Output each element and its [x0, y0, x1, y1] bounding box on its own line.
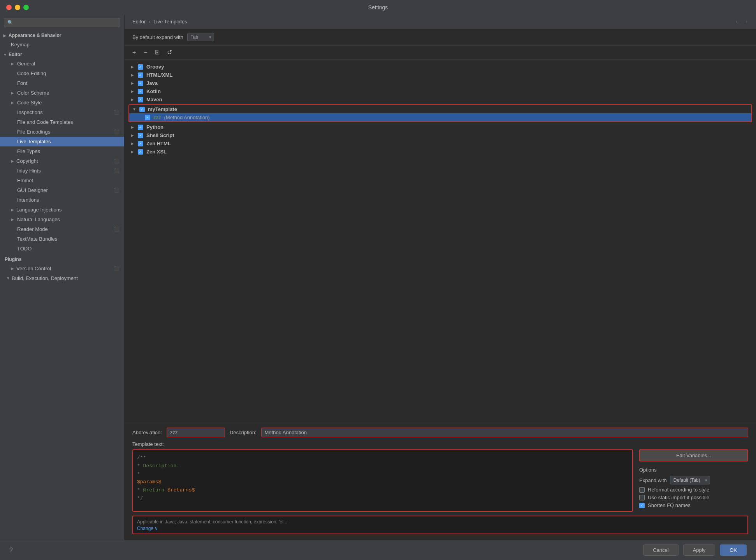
chevron-right-icon: ▶ [131, 141, 135, 146]
sidebar-item-reader-mode[interactable]: Reader Mode ⬛ [0, 224, 124, 234]
sidebar-item-code-editing[interactable]: Code Editing [0, 69, 124, 78]
sidebar-item-gui-designer[interactable]: GUI Designer ⬛ [0, 185, 124, 195]
checkbox-zen-html[interactable] [138, 141, 143, 146]
checkbox-kotlin[interactable] [138, 89, 143, 94]
group-shell-script[interactable]: ▶ Shell Script [125, 131, 756, 139]
shorten-fq-checkbox[interactable] [639, 503, 645, 508]
maximize-button[interactable] [23, 5, 29, 10]
checkbox-java[interactable] [138, 81, 143, 86]
reformat-label: Reformat according to style [648, 487, 709, 493]
expand-with-select[interactable]: Default (Tab) Tab Enter Space [670, 476, 710, 484]
group-maven[interactable]: ▶ Maven [125, 95, 756, 104]
sidebar-item-label: Code Style [17, 100, 42, 106]
edit-variables-button[interactable]: Edit Variables... [639, 449, 748, 461]
sidebar-item-todo[interactable]: TODO [0, 244, 124, 254]
abbrev-input[interactable] [167, 428, 225, 437]
code-line: /** [137, 454, 628, 462]
group-zen-xsl[interactable]: ▶ Zen XSL [125, 148, 756, 156]
static-import-row[interactable]: Use static import if possible [639, 495, 748, 500]
group-mytemplate[interactable]: ▼ myTemplate [129, 105, 751, 113]
applicable-bar: Applicable in Java; Java: statement, con… [132, 516, 748, 534]
template-item-zzz[interactable]: zzz (Method Annotation) [129, 113, 751, 122]
minimize-button[interactable] [15, 5, 20, 10]
search-box[interactable]: 🔍 [4, 18, 120, 27]
checkbox-zzz[interactable] [145, 115, 150, 120]
checkbox-groovy[interactable] [138, 64, 143, 70]
sidebar-item-label: Inspections [17, 109, 43, 115]
checkbox-zen-xsl[interactable] [138, 149, 143, 155]
change-link[interactable]: Change ∨ [137, 526, 158, 531]
sidebar-item-file-encodings[interactable]: File Encodings ⬛ [0, 127, 124, 137]
sidebar-item-language-injections[interactable]: ▶ Language Injections [0, 205, 124, 215]
breadcrumb-separator: › [149, 19, 150, 25]
applicable-text: Applicable in Java; Java: statement, con… [137, 519, 287, 525]
group-name-label: Groovy [146, 64, 164, 70]
desc-input[interactable] [261, 428, 748, 437]
sidebar-item-color-scheme[interactable]: ▶ Color Scheme [0, 88, 124, 98]
sidebar-item-appearance[interactable]: ▶ Appearance & Behavior [0, 30, 124, 40]
checkbox-htmlxml[interactable] [138, 72, 143, 78]
group-name-label: Python [146, 124, 164, 130]
sidebar-item-file-types[interactable]: File Types [0, 146, 124, 156]
sidebar-item-label: Build, Execution, Deployment [12, 275, 78, 281]
sidebar-item-intentions[interactable]: Intentions [0, 195, 124, 205]
group-name-label: myTemplate [148, 106, 177, 112]
sidebar-item-font[interactable]: Font [0, 78, 124, 88]
sidebar-item-label: Color Scheme [17, 90, 49, 96]
close-button[interactable] [6, 5, 12, 10]
checkbox-python[interactable] [138, 125, 143, 130]
sidebar-item-inspections[interactable]: Inspections ⬛ [0, 107, 124, 117]
sidebar-item-version-control[interactable]: ▶ Version Control ⬛ [0, 264, 124, 273]
sidebar-item-inlay-hints[interactable]: Inlay Hints ⬛ [0, 166, 124, 176]
group-java[interactable]: ▶ Java [125, 79, 756, 87]
expand-with-row: Expand with Default (Tab) Tab Enter Spac… [639, 476, 748, 484]
shorten-fq-row[interactable]: Shorten FQ names [639, 502, 748, 508]
remove-button[interactable]: − [142, 48, 149, 57]
group-htmlxml[interactable]: ▶ HTML/XML [125, 71, 756, 79]
options-section: Options Expand with Default (Tab) Tab En… [639, 467, 748, 508]
sidebar-item-code-style[interactable]: ▶ Code Style [0, 98, 124, 107]
checkbox-shell[interactable] [138, 133, 143, 138]
chevron-right-icon: ▶ [11, 91, 15, 95]
checkbox-maven[interactable] [138, 97, 143, 102]
group-kotlin[interactable]: ▶ Kotlin [125, 87, 756, 95]
group-python[interactable]: ▶ Python [125, 123, 756, 131]
square-icon: ⬛ [114, 129, 120, 134]
sidebar-item-file-code-templates[interactable]: File and Code Templates [0, 117, 124, 127]
chevron-right-icon: ▶ [131, 65, 135, 69]
window-title: Settings [368, 4, 388, 11]
abbrev-row: Abbreviation: Description: [132, 428, 748, 437]
help-icon[interactable]: ? [9, 547, 13, 554]
group-zen-html[interactable]: ▶ Zen HTML [125, 139, 756, 148]
sidebar-item-keymap[interactable]: Keymap [0, 40, 124, 49]
chevron-down-icon: ▼ [6, 276, 10, 280]
copy-button[interactable]: ⎘ [154, 48, 161, 57]
chevron-down-icon: ▼ [132, 107, 136, 111]
add-button[interactable]: + [131, 48, 137, 57]
group-groovy[interactable]: ▶ Groovy [125, 63, 756, 71]
sidebar-item-label: Code Editing [17, 70, 46, 76]
sidebar-item-copyright[interactable]: ▶ Copyright ⬛ [0, 156, 124, 166]
sidebar-item-label: Inlay Hints [17, 168, 41, 174]
sidebar-item-general[interactable]: ▶ General [0, 59, 124, 69]
back-icon[interactable]: ← [735, 19, 740, 25]
cancel-button[interactable]: Cancel [643, 544, 678, 556]
apply-button[interactable]: Apply [683, 544, 716, 556]
sidebar-item-build-exec[interactable]: ▼ Build, Execution, Deployment [0, 273, 124, 283]
template-editor[interactable]: /** * Description: * $params$ * @return … [132, 449, 633, 512]
checkbox-mytemplate[interactable] [139, 107, 145, 112]
sidebar-item-natural-languages[interactable]: ▶ Natural Languages [0, 215, 124, 224]
sidebar-item-textmate-bundles[interactable]: TextMate Bundles [0, 234, 124, 244]
reformat-row[interactable]: Reformat according to style [639, 487, 748, 493]
reformat-checkbox[interactable] [639, 487, 645, 493]
sidebar-item-editor[interactable]: ▼ Editor [0, 49, 124, 59]
reset-button[interactable]: ↺ [165, 48, 174, 57]
forward-icon[interactable]: → [743, 19, 748, 25]
static-import-checkbox[interactable] [639, 495, 645, 500]
search-input[interactable] [16, 20, 117, 25]
action-bar: ? Cancel Apply OK [0, 540, 756, 560]
ok-button[interactable]: OK [720, 544, 747, 556]
sidebar-item-live-templates[interactable]: Live Templates [0, 137, 124, 146]
sidebar-item-emmet[interactable]: Emmet [0, 176, 124, 185]
expand-select[interactable]: Tab Enter Space [187, 33, 214, 41]
